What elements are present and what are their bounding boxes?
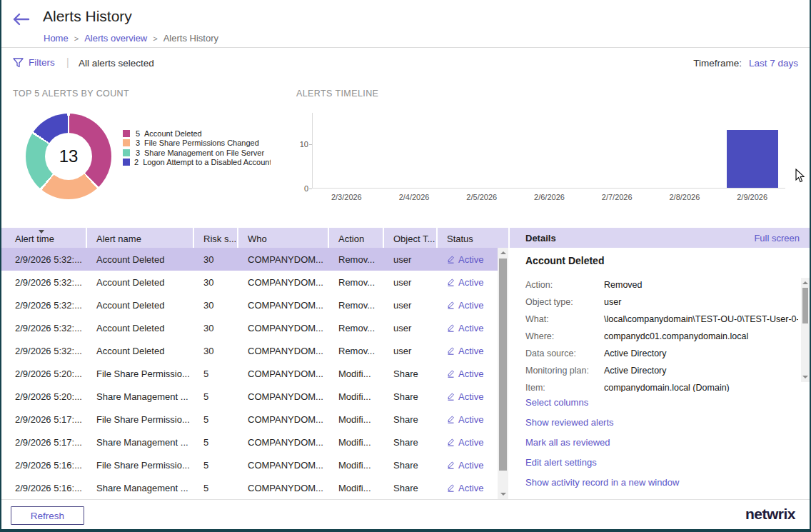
column-header-label: Alert time <box>15 234 54 244</box>
alert-status-link[interactable]: Active <box>447 300 498 311</box>
column-header-who[interactable]: Who <box>238 228 329 248</box>
status-label: Active <box>458 323 483 333</box>
table-row[interactable]: 2/9/2026 5:32:...Account Deleted30COMPAN… <box>1 339 498 362</box>
table-row[interactable]: 2/9/2026 5:32:...Account Deleted30COMPAN… <box>1 271 498 293</box>
table-row[interactable]: 2/9/2026 5:32:...Account Deleted30COMPAN… <box>1 293 498 316</box>
cell-object-t: Share <box>384 391 438 402</box>
sort-descending-icon <box>39 230 44 234</box>
breadcrumb-item-alerts-overview[interactable]: Alerts overview <box>84 33 147 44</box>
cell-object-t: user <box>384 277 438 288</box>
cell-alert-name: Account Deleted <box>87 346 194 356</box>
cell-alert-time: 2/9/2026 5:32:... <box>1 300 87 311</box>
cell-status: Active <box>438 437 498 448</box>
top-alerts-donut-chart[interactable]: 13 <box>26 114 111 199</box>
table-row[interactable]: 2/9/2026 5:16:...File Share Permissio...… <box>1 453 498 476</box>
alert-status-link[interactable]: Active <box>447 254 498 265</box>
cell-risk-s: 5 <box>194 437 238 448</box>
status-label: Active <box>458 300 483 311</box>
detail-field-value: Active Directory <box>604 366 667 376</box>
mark-all-as-reviewed-link[interactable]: Mark all as reviewed <box>525 432 679 452</box>
charts-section: TOP 5 ALERTS BY COUNT ALERTS TIMELINE 13… <box>1 80 810 228</box>
alert-status-link[interactable]: Active <box>447 346 498 356</box>
column-header-risk-s[interactable]: Risk s... <box>194 228 238 248</box>
alert-status-link[interactable]: Active <box>447 391 498 402</box>
full-screen-link[interactable]: Full screen <box>754 233 800 244</box>
edit-alert-settings-link[interactable]: Edit alert settings <box>525 452 679 472</box>
arrow-left-icon <box>11 12 30 26</box>
column-header-action[interactable]: Action <box>329 228 384 248</box>
breadcrumb-item-home[interactable]: Home <box>44 33 69 44</box>
cell-who: COMPANYDOM... <box>238 368 329 379</box>
status-label: Active <box>458 346 483 356</box>
column-header-object-t[interactable]: Object T... <box>384 228 438 248</box>
table-row[interactable]: 2/9/2026 5:17:...File Share Permissio...… <box>1 408 498 431</box>
cell-alert-time: 2/9/2026 5:32:... <box>1 346 87 356</box>
details-panel: Details Full screen Account Deleted Acti… <box>510 228 810 499</box>
table-row[interactable]: 2/9/2026 5:32:...Account Deleted30COMPAN… <box>1 316 498 339</box>
cell-alert-time: 2/9/2026 5:32:... <box>1 254 87 265</box>
cell-status: Active <box>438 414 498 425</box>
detail-field-value: user <box>604 297 621 307</box>
cell-risk-s: 30 <box>194 277 238 288</box>
cell-risk-s: 5 <box>194 483 238 493</box>
table-row[interactable]: 2/9/2026 5:32:...Account Deleted30COMPAN… <box>1 248 498 271</box>
detail-field-item: Item:companydomain.local (Domain) <box>525 379 798 392</box>
detail-field-value: Removed <box>604 280 643 290</box>
filters-button[interactable]: Filters <box>29 57 55 68</box>
scroll-down-icon[interactable] <box>498 489 508 499</box>
table-scrollbar[interactable] <box>498 248 508 499</box>
donut-chart-title: TOP 5 ALERTS BY COUNT <box>13 89 129 99</box>
cell-action: Modifi... <box>329 437 384 448</box>
scrollbar-thumb[interactable] <box>499 259 507 471</box>
cell-action: Remov... <box>329 323 384 333</box>
cell-alert-time: 2/9/2026 5:16:... <box>1 483 87 493</box>
cell-status: Active <box>438 300 498 311</box>
timeline-bar[interactable] <box>727 130 778 188</box>
footer-bar: Refresh netwrix <box>1 500 810 529</box>
alert-status-link[interactable]: Active <box>447 323 498 333</box>
scrollbar-thumb[interactable] <box>802 288 808 323</box>
column-header-alert-time[interactable]: Alert time <box>1 228 87 248</box>
y-axis-tick-label: 0 <box>290 184 308 193</box>
timeframe-value[interactable]: Last 7 days <box>749 58 798 69</box>
x-axis-tick-label: 2/4/2026 <box>389 193 439 201</box>
legend-label: Share Management on File Server <box>144 149 264 157</box>
table-row[interactable]: 2/9/2026 5:20:...Share Management ...5CO… <box>1 385 498 408</box>
cell-risk-s: 30 <box>194 346 238 356</box>
detail-field-value: companydomain.local (Domain) <box>604 383 730 392</box>
table-row[interactable]: 2/9/2026 5:16:...Share Management ...5CO… <box>1 476 498 499</box>
table-row[interactable]: 2/9/2026 5:20:...File Share Permissio...… <box>1 362 498 385</box>
refresh-button[interactable]: Refresh <box>11 506 84 525</box>
select-columns-link[interactable]: Select columns <box>525 392 679 412</box>
cell-risk-s: 5 <box>194 460 238 471</box>
column-header-status[interactable]: Status <box>438 228 508 248</box>
scroll-up-icon[interactable] <box>801 278 810 288</box>
scroll-down-icon[interactable] <box>801 372 810 382</box>
back-button[interactable] <box>10 11 31 29</box>
cell-status: Active <box>438 346 498 356</box>
cell-alert-name: Account Deleted <box>87 323 194 333</box>
donut-center-total: 13 <box>45 133 92 180</box>
cell-action: Remov... <box>329 254 384 265</box>
legend-swatch <box>123 149 130 156</box>
alert-status-link[interactable]: Active <box>447 437 498 448</box>
detail-field-value: \local\companydomain\TEST-OU-0\TEST-User… <box>604 314 798 324</box>
detail-field-data-source: Data source:Active Directory <box>525 345 798 362</box>
column-header-alert-name[interactable]: Alert name <box>87 228 194 248</box>
detail-field-label: Where: <box>525 331 604 341</box>
alert-status-link[interactable]: Active <box>447 483 498 493</box>
scroll-up-icon[interactable] <box>498 248 508 258</box>
details-scrollbar[interactable] <box>801 278 810 382</box>
show-activity-record-in-a-new-window-link[interactable]: Show activity record in a new window <box>525 472 679 492</box>
alert-status-link[interactable]: Active <box>447 414 498 425</box>
x-axis-tick-label: 2/5/2026 <box>457 193 507 201</box>
alert-status-link[interactable]: Active <box>447 460 498 471</box>
show-reviewed-alerts-link[interactable]: Show reviewed alerts <box>525 412 679 432</box>
alert-status-link[interactable]: Active <box>447 277 498 288</box>
alert-status-link[interactable]: Active <box>447 368 498 379</box>
legend-item: 3File Share Permissions Changed <box>123 139 271 149</box>
table-row[interactable]: 2/9/2026 5:17:...Share Management ...5CO… <box>1 431 498 453</box>
cell-status: Active <box>438 460 498 471</box>
window-border-bottom <box>1 529 810 532</box>
details-panel-header: Details Full screen <box>510 228 810 248</box>
